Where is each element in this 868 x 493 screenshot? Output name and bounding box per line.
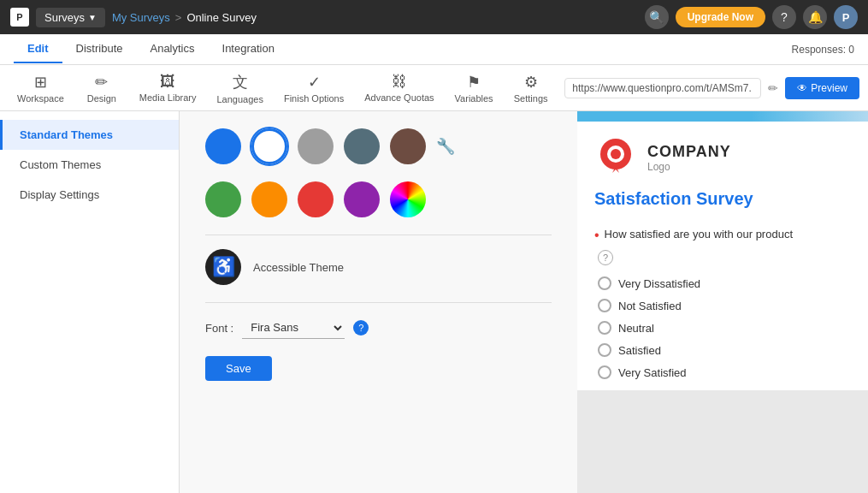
option-label: Neutral <box>618 322 654 335</box>
color-circle-gray[interactable] <box>298 128 334 164</box>
toolbar-workspace[interactable]: ⊞ Workspace <box>9 68 73 108</box>
survey-url-input[interactable] <box>564 78 761 98</box>
font-select[interactable]: Fira Sans Arial Roboto Open Sans <box>242 317 345 339</box>
color-circle-purple[interactable] <box>344 181 380 217</box>
divider-1 <box>205 235 552 235</box>
media-library-icon: 🖼 <box>160 73 175 91</box>
option-label: Very Satisfied <box>618 366 687 379</box>
color-row-1: 🔧 <box>205 128 552 164</box>
edit-url-button[interactable]: ✏ <box>768 81 778 95</box>
wrench-icon[interactable]: 🔧 <box>436 137 455 156</box>
radio-circle[interactable] <box>598 321 611 335</box>
company-sub-label: Logo <box>647 161 731 173</box>
settings-icon: ⚙ <box>524 73 538 92</box>
preview-button[interactable]: 👁 Preview <box>785 77 859 99</box>
sub-nav-analytics[interactable]: Analytics <box>136 35 208 63</box>
color-circle-rainbow[interactable] <box>390 181 426 217</box>
company-text-block: COMPANY Logo <box>647 143 731 173</box>
main-content: Standard Themes Custom Themes Display Se… <box>0 111 868 493</box>
breadcrumb: My Surveys > Online Survey <box>112 11 257 24</box>
toolbar-finish-label: Finish Options <box>284 93 344 104</box>
sidebar-label-custom-themes: Custom Themes <box>20 158 101 171</box>
toolbar-variables[interactable]: ⚑ Variables <box>446 68 502 108</box>
sub-nav-edit[interactable]: Edit <box>14 35 62 63</box>
workspace-icon: ⊞ <box>34 73 47 92</box>
save-button[interactable]: Save <box>205 356 272 381</box>
option-very-dissatisfied: Very Dissatisfied <box>594 272 851 294</box>
sub-nav-items: Edit Distribute Analytics Integration <box>14 35 288 63</box>
option-satisfied: Satisfied <box>594 339 851 361</box>
option-label: Very Dissatisfied <box>618 277 700 290</box>
toolbar-right: ✏ 👁 Preview <box>564 77 859 99</box>
color-circle-teal[interactable] <box>344 128 380 164</box>
sidebar-label-display-settings: Display Settings <box>20 188 99 201</box>
toolbar: ⊞ Workspace ✏ Design 🖼 Media Library 文 L… <box>0 65 868 111</box>
font-label: Font : <box>205 322 233 335</box>
font-help-icon[interactable]: ? <box>353 320 369 336</box>
toolbar-quotas-label: Advance Quotas <box>364 92 434 103</box>
color-row-2 <box>205 181 552 217</box>
color-circle-blue[interactable] <box>205 128 241 164</box>
breadcrumb-current: Online Survey <box>186 11 257 24</box>
radio-circle[interactable] <box>598 276 611 290</box>
responses-count: Responses: 0 <box>792 44 854 56</box>
preview-logo-area: COMPANY Logo <box>577 122 868 189</box>
logo-text: P <box>16 12 22 22</box>
surveys-dropdown-button[interactable]: Surveys ▼ <box>36 8 105 27</box>
question-text: • How satisfied are you with our product <box>594 228 851 243</box>
search-icon[interactable]: 🔍 <box>645 5 669 29</box>
svg-point-2 <box>611 149 621 159</box>
languages-icon: 文 <box>233 72 248 92</box>
toolbar-variables-label: Variables <box>455 93 493 104</box>
advance-quotas-icon: ⛓ <box>392 73 407 91</box>
color-circle-brown[interactable] <box>390 128 426 164</box>
sidebar-item-custom-themes[interactable]: Custom Themes <box>0 150 179 180</box>
font-row: Font : Fira Sans Arial Roboto Open Sans … <box>205 317 552 339</box>
color-circle-orange[interactable] <box>251 181 287 217</box>
color-circle-white[interactable] <box>251 128 287 164</box>
sidebar-item-display-settings[interactable]: Display Settings <box>0 180 179 210</box>
sidebar-item-standard-themes[interactable]: Standard Themes <box>0 120 179 150</box>
sidebar: Standard Themes Custom Themes Display Se… <box>0 111 180 493</box>
preview-label: Preview <box>811 82 847 94</box>
toolbar-settings-label: Settings <box>514 93 548 104</box>
radio-circle[interactable] <box>598 299 611 312</box>
help-icon[interactable]: ? <box>772 5 796 29</box>
radio-circle[interactable] <box>598 343 611 357</box>
accessible-theme-icon[interactable]: ♿ <box>205 249 241 285</box>
breadcrumb-my-surveys[interactable]: My Surveys <box>112 11 170 24</box>
toolbar-design[interactable]: ✏ Design <box>76 68 127 108</box>
accessible-theme-label: Accessible Theme <box>253 261 344 274</box>
option-very-satisfied: Very Satisfied <box>594 361 851 383</box>
color-circle-green[interactable] <box>205 181 241 217</box>
breadcrumb-separator: > <box>175 11 182 24</box>
preview-panel: COMPANY Logo Satisfaction Survey • How s… <box>577 111 868 493</box>
preview-header-bar <box>577 111 868 122</box>
notifications-icon[interactable]: 🔔 <box>803 5 827 29</box>
variables-icon: ⚑ <box>467 73 481 92</box>
toolbar-settings[interactable]: ⚙ Settings <box>505 68 557 108</box>
user-avatar[interactable]: P <box>834 5 858 29</box>
sub-nav-distribute[interactable]: Distribute <box>62 35 137 63</box>
app-logo[interactable]: P <box>10 8 29 27</box>
required-dot: • <box>594 228 599 243</box>
radio-circle[interactable] <box>598 365 611 379</box>
sub-nav-integration[interactable]: Integration <box>209 35 288 63</box>
survey-title: Satisfaction Survey <box>577 189 868 221</box>
toolbar-advance-quotas[interactable]: ⛓ Advance Quotas <box>356 68 442 108</box>
accessible-theme-row: ♿ Accessible Theme <box>205 249 552 285</box>
color-circle-red[interactable] <box>298 181 334 217</box>
company-logo-icon <box>594 135 637 181</box>
company-name: COMPANY <box>647 143 731 161</box>
toolbar-languages-label: Languages <box>216 94 263 104</box>
top-bar-right: 🔍 Upgrade Now ? 🔔 P <box>645 5 858 29</box>
upgrade-button[interactable]: Upgrade Now <box>676 7 765 27</box>
question-label: How satisfied are you with our product <box>605 228 793 241</box>
sub-nav: Edit Distribute Analytics Integration Re… <box>0 34 868 65</box>
toolbar-media-library[interactable]: 🖼 Media Library <box>131 68 205 108</box>
toolbar-finish-options[interactable]: ✓ Finish Options <box>275 68 352 108</box>
dropdown-arrow-icon: ▼ <box>88 13 97 22</box>
design-icon: ✏ <box>95 73 108 92</box>
toolbar-languages[interactable]: 文 Languages <box>208 68 271 108</box>
surveys-label: Surveys <box>44 11 85 24</box>
